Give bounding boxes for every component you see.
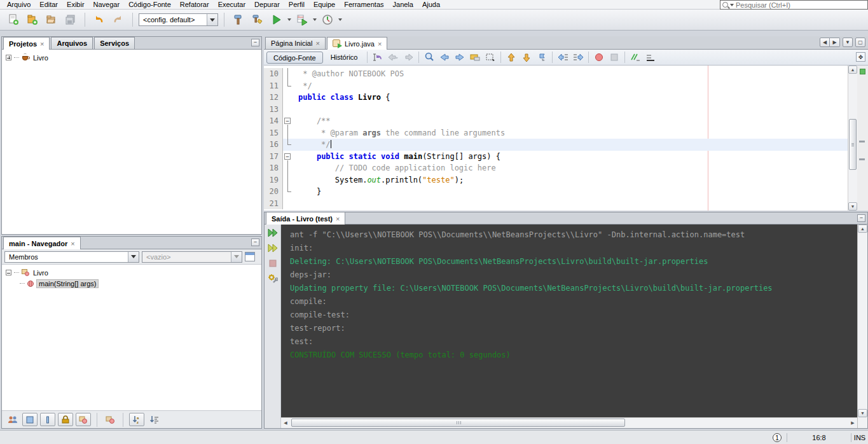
close-icon[interactable]: × [378,41,382,47]
line-number[interactable]: 21 [264,198,283,210]
scroll-up-arrow[interactable]: ▲ [848,66,857,74]
line-number[interactable]: 20 [264,186,283,198]
line-number[interactable]: 17 [264,151,283,163]
rectangular-selection-button[interactable] [483,51,497,64]
scroll-down-arrow[interactable]: ▼ [858,409,867,417]
code-text[interactable] [293,104,848,116]
inheritance-tree-view-icon[interactable] [245,252,255,261]
notifications-button[interactable]: 1 [773,433,782,442]
toggle-highlight-button[interactable] [468,51,482,64]
open-project-button[interactable] [43,11,60,28]
split-document-button[interactable]: ✥ [856,52,865,62]
shift-right-button[interactable] [571,51,585,64]
line-number[interactable]: 19 [264,174,283,186]
method-node-main[interactable]: main(String[] args) [2,278,261,289]
menu-equipe[interactable]: Equipe [309,0,340,10]
scrollbar-thumb[interactable] [291,419,625,427]
code-text[interactable]: */ [293,139,848,151]
previous-bookmark-button[interactable] [504,51,518,64]
code-line-14[interactable]: 14− /** [264,115,848,127]
undo-button[interactable] [91,11,107,28]
tab-saida-livro[interactable]: Saída - Livro (test) × [266,212,345,225]
tab-list-button[interactable]: ▼ [843,38,853,47]
editor-vertical-scrollbar[interactable]: ▲ ▼ [848,66,857,211]
last-edit-button[interactable] [371,51,385,64]
code-line-20[interactable]: 20 } [264,186,848,198]
code-line-15[interactable]: 15 * @param args the command line argume… [264,127,848,139]
comment-button[interactable] [628,51,642,64]
search-scope-caret-icon[interactable] [730,4,734,6]
tab-livro-java[interactable]: Livro.java × [327,37,388,50]
code-text[interactable]: /** [293,115,848,127]
tab-navegador[interactable]: main - Navegador × [3,237,81,249]
code-line-16[interactable]: 16 */ [264,139,848,151]
scroll-right-arrow[interactable]: ▶ [848,419,857,427]
line-number[interactable]: 14 [264,115,283,127]
menu-janela[interactable]: Janela [389,0,418,10]
line-number[interactable]: 12 [264,92,283,104]
combobox-caret[interactable] [207,14,217,25]
code-text[interactable] [293,198,848,210]
show-static-members-button[interactable] [76,413,91,426]
line-number[interactable]: 18 [264,162,283,174]
profile-options-caret-icon[interactable] [338,18,342,21]
line-number[interactable]: 15 [264,127,283,139]
run-options-caret-icon[interactable] [287,18,291,21]
tab-pagina-inicial[interactable]: Página Inicial × [265,37,326,49]
start-macro-recording-button[interactable] [592,51,606,64]
find-next-button[interactable] [453,51,467,64]
tab-arquivos[interactable]: Arquivos [51,37,93,49]
configuration-combobox[interactable]: <config. default> [139,13,218,26]
save-all-button[interactable] [62,11,79,28]
line-number[interactable]: 11 [264,80,283,92]
menu-refatorar[interactable]: Refatorar [176,0,214,10]
error-stripe[interactable] [857,66,868,211]
output-vertical-scrollbar[interactable]: ▲ ▼ [857,225,867,428]
scroll-down-arrow[interactable]: ▼ [848,202,857,211]
stop-build-button[interactable] [267,258,279,269]
rerun-button[interactable] [267,227,279,239]
menu-perfil[interactable]: Perfil [284,0,309,10]
stripe-mark[interactable] [859,158,865,160]
forward-button[interactable] [401,51,415,64]
expand-icon[interactable] [6,55,11,60]
run-project-button[interactable] [268,11,285,28]
new-project-button[interactable] [24,11,41,28]
back-button[interactable] [386,51,400,64]
code-text[interactable]: public class Livro { [293,92,848,104]
output-horizontal-scrollbar[interactable]: ◀ ▶ [281,417,857,428]
line-number[interactable]: 10 [264,68,283,80]
find-button[interactable] [422,51,436,64]
menu-editar[interactable]: Editar [35,0,62,10]
code-line-10[interactable]: 10 * @author NOTEBOOK POS [264,68,848,80]
code-text[interactable]: */ [293,80,848,92]
history-view-button[interactable]: Histórico [324,52,364,64]
close-icon[interactable]: × [40,41,44,47]
scrollbar-thumb[interactable] [849,119,857,170]
show-non-public-button[interactable] [58,413,73,426]
code-text[interactable]: * @author NOTEBOOK POS [293,68,848,80]
code-line-12[interactable]: 12public class Livro { [264,92,848,104]
filter-members-button[interactable] [103,413,117,426]
scroll-tabs-left-button[interactable]: ◀ [820,38,830,47]
code-text[interactable]: * @param args the command line arguments [293,127,848,139]
minimize-panel-button[interactable]: − [251,239,259,246]
redo-button[interactable] [110,11,127,28]
rerun-with-params-button[interactable] [267,242,279,254]
search-input[interactable] [736,1,865,9]
minimize-panel-button[interactable]: − [251,39,259,46]
code-text[interactable]: System.out.println("teste"); [293,174,848,186]
line-number[interactable]: 16 [264,139,283,151]
code-line-13[interactable]: 13 [264,104,848,116]
sort-alphabetically-button[interactable]: az [129,413,144,426]
output-console[interactable]: ant -f "C:\\Users\\NOTEBOOK POS\\Documen… [281,225,857,428]
uncomment-button[interactable] [644,51,658,64]
menu-c-digo-fonte[interactable]: Código-Fonte [124,0,176,10]
code-line-21[interactable]: 21 [264,198,848,210]
menu-executar[interactable]: Executar [214,0,250,10]
next-bookmark-button[interactable] [520,51,534,64]
menu-exibir[interactable]: Exibir [62,0,89,10]
source-view-button[interactable]: Código-Fonte [266,52,323,64]
clean-and-build-button[interactable] [249,11,266,28]
code-area[interactable]: 10 * @author NOTEBOOK POS11 */12public c… [264,66,848,211]
